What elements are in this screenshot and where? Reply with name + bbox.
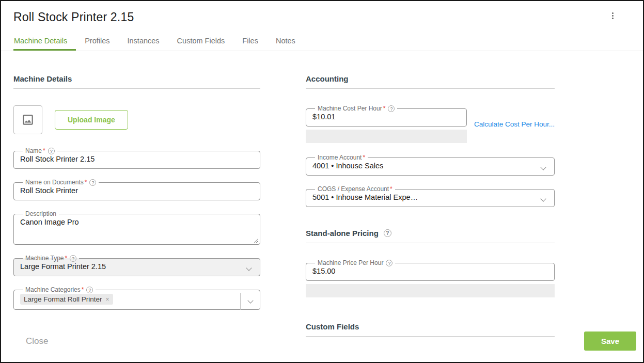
- machine-type-value: Large Format Printer 2.15: [20, 262, 239, 271]
- machine-image-placeholder: [13, 105, 42, 134]
- chip-remove-icon[interactable]: [106, 296, 109, 303]
- description-label: Description: [25, 210, 56, 217]
- machine-price-block: Machine Price Per Hour $15.00: [306, 260, 555, 297]
- name-field-value: Roll Stock Printer 2.15: [20, 154, 254, 164]
- required-asterisk: [84, 179, 87, 186]
- kebab-menu-icon: [612, 12, 614, 14]
- machine-cost-block: Machine Cost Per Hour $10.01: [306, 105, 467, 143]
- machine-price-value: $15.00: [312, 266, 548, 276]
- chevron-down-icon: [540, 164, 546, 170]
- calculate-cost-link[interactable]: Calculate Cost Per Hour...: [474, 120, 555, 128]
- machine-price-label: Machine Price Per Hour: [318, 259, 383, 266]
- standalone-pricing-section-title: Stand-alone Pricing: [306, 229, 555, 243]
- income-account-value: 4001 • Inhouse Sales: [312, 161, 533, 170]
- cogs-expense-account-value: 5001 • Inhouse Material Expe…: [312, 193, 533, 202]
- image-icon: [21, 113, 35, 127]
- machine-cost-label: Machine Cost Per Hour: [318, 105, 382, 112]
- machine-cost-per-hour-field[interactable]: Machine Cost Per Hour $10.01: [306, 105, 467, 127]
- name-on-documents-field[interactable]: Name on Documents Roll Stock Printer: [13, 179, 260, 200]
- required-asterisk: [382, 105, 386, 112]
- tab-machine-details[interactable]: Machine Details: [13, 31, 76, 51]
- chevron-down-icon: [246, 265, 252, 271]
- machine-details-column: Machine Details Upload Image Name Roll S…: [13, 74, 260, 353]
- tab-bar: Machine Details Profiles Instances Custo…: [1, 31, 643, 51]
- help-icon[interactable]: [386, 260, 392, 266]
- accounting-column: Accounting Machine Cost Per Hour $10.01 …: [306, 74, 555, 353]
- income-account-label: Income Account: [318, 154, 362, 161]
- cogs-expense-account-label: COGS / Expense Account: [318, 185, 389, 193]
- chevron-down-icon: [247, 297, 253, 303]
- machine-editor-window: Roll Stock Printer 2.15 Machine Details …: [0, 0, 644, 363]
- accounting-section-title: Accounting: [306, 74, 555, 89]
- categories-dropdown-toggle[interactable]: [240, 293, 260, 310]
- name-on-documents-label: Name on Documents: [25, 179, 84, 186]
- price-helper-bar: [306, 284, 555, 297]
- help-icon[interactable]: [70, 255, 76, 262]
- tab-files[interactable]: Files: [233, 31, 267, 51]
- content: Machine Details Upload Image Name Roll S…: [1, 51, 643, 353]
- tab-instances[interactable]: Instances: [119, 31, 168, 51]
- upload-image-button[interactable]: Upload Image: [55, 110, 128, 130]
- tab-notes[interactable]: Notes: [267, 31, 304, 51]
- machine-categories-label: Machine Categories: [25, 286, 81, 293]
- machine-type-select[interactable]: Machine Type Large Format Printer 2.15: [13, 255, 260, 276]
- machine-categories-values: Large Format Roll Printer: [20, 293, 233, 305]
- machine-categories-select[interactable]: Machine Categories Large Format Roll Pri…: [13, 287, 260, 310]
- kebab-menu-button[interactable]: [609, 12, 617, 23]
- name-field-label: Name: [25, 147, 42, 154]
- category-chip: Large Format Roll Printer: [20, 294, 113, 305]
- required-asterisk: [64, 255, 68, 262]
- tab-custom-fields[interactable]: Custom Fields: [168, 31, 234, 51]
- machine-price-per-hour-field[interactable]: Machine Price Per Hour $15.00: [306, 260, 555, 281]
- save-button[interactable]: Save: [584, 332, 636, 351]
- page-title: Roll Stock Printer 2.15: [13, 10, 631, 24]
- footer: Close Save: [13, 332, 636, 351]
- close-button[interactable]: Close: [26, 332, 48, 351]
- name-on-documents-value: Roll Stock Printer: [20, 186, 254, 195]
- help-icon[interactable]: [48, 148, 55, 154]
- cogs-expense-account-select[interactable]: COGS / Expense Account 5001 • Inhouse Ma…: [306, 186, 555, 207]
- machine-details-section-title: Machine Details: [13, 74, 260, 89]
- required-asterisk: [42, 147, 45, 154]
- machine-cost-row: Machine Cost Per Hour $10.01 Calculate C…: [306, 105, 555, 143]
- standalone-pricing-title-text: Stand-alone Pricing: [306, 229, 379, 238]
- help-icon[interactable]: [384, 229, 391, 237]
- income-account-select[interactable]: Income Account 4001 • Inhouse Sales: [306, 154, 555, 176]
- help-icon[interactable]: [89, 179, 96, 186]
- required-asterisk: [389, 185, 392, 193]
- required-asterisk: [362, 154, 365, 161]
- description-value: Canon Image Pro: [20, 217, 254, 227]
- help-icon[interactable]: [388, 105, 395, 112]
- chevron-down-icon: [540, 196, 546, 201]
- category-chip-label: Large Format Roll Printer: [24, 295, 102, 303]
- cost-helper-bar: [306, 130, 467, 143]
- required-asterisk: [81, 286, 84, 293]
- help-icon[interactable]: [86, 287, 93, 293]
- machine-cost-value: $10.01: [312, 112, 460, 121]
- tab-profiles[interactable]: Profiles: [76, 31, 118, 51]
- resize-handle[interactable]: [253, 238, 258, 243]
- name-field[interactable]: Name Roll Stock Printer 2.15: [13, 148, 260, 169]
- machine-type-label: Machine Type: [25, 255, 64, 262]
- description-field[interactable]: Description Canon Image Pro: [13, 211, 260, 245]
- header: Roll Stock Printer 2.15: [1, 1, 643, 24]
- upload-row: Upload Image: [13, 105, 260, 134]
